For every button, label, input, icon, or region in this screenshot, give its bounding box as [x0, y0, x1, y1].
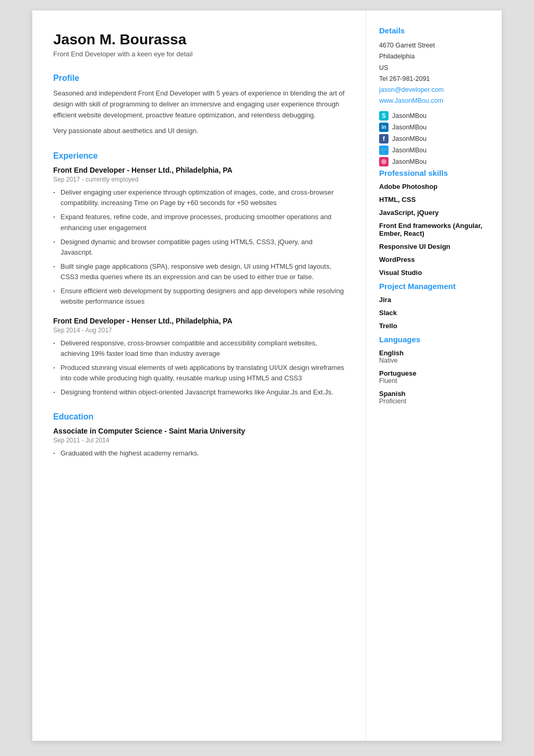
education-block-1: Associate in Computer Science - Saint Ma…: [53, 427, 345, 459]
job-dates-2: Sep 2014 - Aug 2017: [53, 327, 345, 334]
candidate-name: Jason M. Bourassa: [53, 31, 345, 48]
profile-paragraph-1: Seasoned and independent Front End Devel…: [53, 88, 345, 121]
professional-skills-section: Professional skills Adobe Photoshop HTML…: [379, 169, 489, 277]
twitter-handle: JasonMBou: [392, 147, 427, 154]
profile-heading: Profile: [53, 74, 345, 83]
facebook-icon: f: [379, 134, 389, 143]
details-heading: Details: [379, 26, 489, 35]
address-line1: 4670 Garrett Street: [379, 40, 489, 51]
main-column: Jason M. Bourassa Front End Developer wi…: [32, 10, 366, 741]
resume-wrapper: Jason M. Bourassa Front End Developer wi…: [32, 10, 502, 741]
pm-skill-0: Jira: [379, 296, 489, 304]
social-row-skype: S JasonMBou: [379, 111, 489, 121]
lang-block-0: English Native: [379, 349, 489, 364]
bullet: Ensure efficient web development by supp…: [53, 286, 345, 307]
address-line3: US: [379, 63, 489, 74]
profile-section: Profile Seasoned and independent Front E…: [53, 74, 345, 137]
skill-6: Visual Studio: [379, 269, 489, 277]
languages-section: Languages English Native Portuguese Flue…: [379, 335, 489, 405]
instagram-icon: ◎: [379, 157, 389, 166]
linkedin-handle: JasonMBou: [392, 124, 427, 131]
job-bullets-1: Deliver engaging user experience through…: [53, 187, 345, 307]
linkedin-icon: in: [379, 123, 389, 132]
skype-icon: S: [379, 111, 389, 121]
job-title-2: Front End Developer - Henser Ltd., Phila…: [53, 317, 345, 325]
skype-handle: JasonMBou: [392, 112, 427, 119]
social-row-facebook: f JasonMBou: [379, 134, 489, 143]
lang-level-2: Proficient: [379, 398, 489, 405]
skill-4: Responsive UI Design: [379, 243, 489, 250]
project-management-section: Project Management Jira Slack Trello: [379, 282, 489, 330]
degree-bullets-1: Graduated with the highest academy remar…: [53, 448, 345, 459]
skill-5: WordPress: [379, 256, 489, 263]
social-links: S JasonMBou in JasonMBou f JasonMBou 🐦 J…: [379, 111, 489, 166]
job-dates-1: Sep 2017 - currently employed: [53, 176, 345, 183]
lang-name-1: Portuguese: [379, 369, 489, 377]
skill-2: JavaScript, jQuery: [379, 209, 489, 217]
lang-level-1: Fluent: [379, 377, 489, 385]
bullet: Deliver engaging user experience through…: [53, 187, 345, 208]
lang-block-2: Spanish Proficient: [379, 390, 489, 405]
bullet: Built single page applications (SPA), re…: [53, 261, 345, 282]
project-management-heading: Project Management: [379, 282, 489, 291]
sidebar-column: Details 4670 Garrett Street Philadelphia…: [366, 10, 502, 741]
job-bullets-2: Delivered responsive, cross-browser comp…: [53, 338, 345, 398]
lang-name-0: English: [379, 349, 489, 357]
experience-section: Experience Front End Developer - Henser …: [53, 151, 345, 398]
tel: Tel 267-981-2091: [379, 74, 489, 85]
social-row-instagram: ◎ JasonMBou: [379, 157, 489, 166]
bullet: Delivered responsive, cross-browser comp…: [53, 338, 345, 359]
facebook-handle: JasonMBou: [392, 135, 427, 142]
professional-skills-heading: Professional skills: [379, 169, 489, 177]
degree-title-1: Associate in Computer Science - Saint Ma…: [53, 427, 345, 435]
skill-0: Adobe Photoshop: [379, 183, 489, 190]
website-link[interactable]: www.JasonMBou.com: [379, 97, 443, 104]
education-heading: Education: [53, 412, 345, 422]
profile-paragraph-2: Very passionate about aesthetics and UI …: [53, 126, 345, 137]
instagram-handle: JasonMBou: [392, 158, 427, 165]
address-line2: Philadelphia: [379, 51, 489, 62]
education-section: Education Associate in Computer Science …: [53, 412, 345, 459]
social-row-linkedin: in JasonMBou: [379, 123, 489, 132]
languages-heading: Languages: [379, 335, 489, 344]
job-title-1: Front End Developer - Henser Ltd., Phila…: [53, 166, 345, 174]
bullet: Produced stunning visual elements of web…: [53, 363, 345, 383]
bullet: Designed dynamic and browser compatible …: [53, 237, 345, 258]
social-row-twitter: 🐦 JasonMBou: [379, 146, 489, 155]
details-address: 4670 Garrett Street Philadelphia US Tel …: [379, 40, 489, 107]
name-title-block: Jason M. Bourassa Front End Developer wi…: [53, 31, 345, 58]
experience-heading: Experience: [53, 151, 345, 161]
bullet: Expand features, refine code, and improv…: [53, 212, 345, 233]
pm-skill-2: Trello: [379, 322, 489, 330]
bullet: Graduated with the highest academy remar…: [53, 448, 345, 459]
job-block-2: Front End Developer - Henser Ltd., Phila…: [53, 317, 345, 398]
job-block-1: Front End Developer - Henser Ltd., Phila…: [53, 166, 345, 307]
twitter-icon: 🐦: [379, 146, 389, 155]
degree-dates-1: Sep 2011 - Jul 2014: [53, 437, 345, 444]
pm-skill-1: Slack: [379, 309, 489, 317]
skill-1: HTML, CSS: [379, 196, 489, 203]
skill-3: Front End frameworks (Angular, Ember, Re…: [379, 222, 489, 237]
lang-level-0: Native: [379, 357, 489, 364]
candidate-subtitle: Front End Developer with a keen eye for …: [53, 50, 345, 58]
bullet: Designing frontend within object-oriente…: [53, 387, 345, 398]
email-link[interactable]: jason@developer.com: [379, 86, 444, 93]
lang-name-2: Spanish: [379, 390, 489, 398]
details-section: Details 4670 Garrett Street Philadelphia…: [379, 26, 489, 166]
lang-block-1: Portuguese Fluent: [379, 369, 489, 385]
